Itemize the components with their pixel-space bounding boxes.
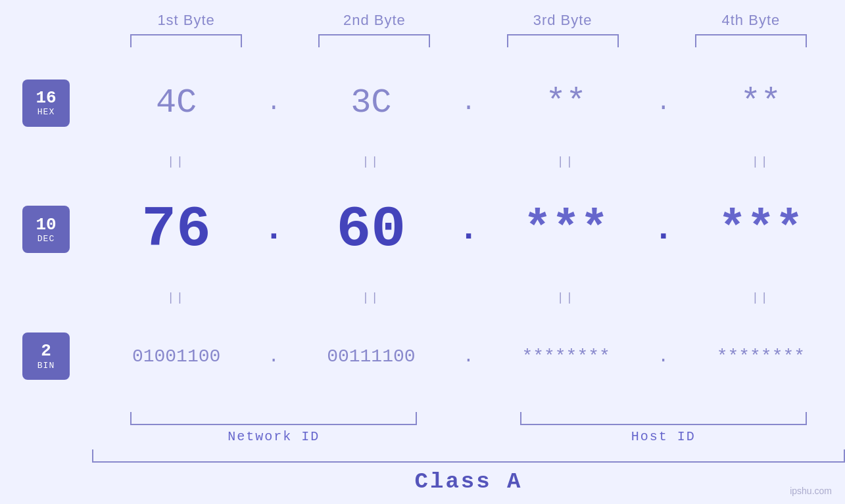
network-bracket (130, 412, 417, 425)
bin-val-3: ******** (482, 346, 650, 367)
watermark: ipshu.com (790, 486, 832, 496)
bracket-cell-3 (469, 34, 657, 47)
dec-badge: 10 DEC (22, 206, 70, 253)
eq-val-1-3: || (482, 155, 650, 168)
bracket-top-4 (695, 34, 807, 47)
eq-cells-1: || || || || (92, 155, 845, 168)
dec-val-2: 60 (287, 197, 455, 262)
bin-sep-3: . (650, 346, 677, 367)
top-brackets (92, 34, 845, 47)
bracket-top-3 (507, 34, 619, 47)
eq-val-1-2: || (287, 155, 455, 168)
bracket-top-1 (130, 34, 242, 47)
bottom-section: Network ID Host ID Class A (92, 412, 845, 497)
equals-row-1: || || || || (0, 152, 845, 172)
dec-sep-2: . (456, 210, 482, 249)
eq-val-1-1: || (92, 155, 260, 168)
hex-badge-number: 16 (36, 89, 56, 108)
eq-val-1-4: || (677, 155, 845, 168)
dec-val-1: 76 (92, 197, 260, 262)
hex-row: 16 HEX 4C . 3C . ** (0, 80, 845, 127)
eq-sep-2-2 (456, 291, 482, 304)
eq-val-2-2: || (287, 291, 455, 304)
byte3-label: 3rd Byte (469, 12, 657, 29)
dec-badge-slot: 10 DEC (0, 206, 92, 253)
full-bracket-row (92, 449, 845, 463)
eq-sep-2-1 (260, 291, 287, 304)
bin-sep-2: . (456, 346, 482, 367)
hex-sep-3: . (650, 91, 677, 115)
byte4-label: 4th Byte (657, 12, 845, 29)
bracket-cell-1 (92, 34, 280, 47)
class-label: Class A (415, 469, 523, 494)
bin-badge-label: BIN (37, 361, 55, 371)
eq-cells-2: || || || || (92, 291, 845, 304)
network-id-label: Network ID (92, 429, 456, 444)
bin-val-4: ******** (677, 346, 845, 367)
bracket-cell-4 (657, 34, 845, 47)
hex-val-3: ** (482, 83, 650, 122)
host-bracket-wrapper (482, 412, 846, 425)
eq-val-2-1: || (92, 291, 260, 304)
eq-val-2-3: || (482, 291, 650, 304)
main-container: 1st Byte 2nd Byte 3rd Byte 4th Byte 16 H… (0, 0, 845, 504)
bin-badge: 2 BIN (22, 332, 70, 380)
hex-sep-2: . (456, 91, 482, 115)
hex-sep-1: . (260, 91, 287, 115)
bin-badge-number: 2 (41, 342, 51, 361)
bin-sep-1: . (260, 346, 287, 367)
eq-sep-2-3 (650, 291, 677, 304)
equals-row-2: || || || || (0, 288, 845, 308)
hex-badge-label: HEX (37, 107, 55, 117)
bottom-brackets-container (92, 412, 845, 425)
bin-val-2: 00111100 (287, 346, 455, 367)
dec-badge-number: 10 (36, 216, 56, 235)
dec-val-4: *** (677, 202, 845, 256)
full-bracket (92, 449, 845, 463)
byte1-label: 1st Byte (92, 12, 280, 29)
hex-val-2: 3C (287, 83, 455, 122)
dec-badge-label: DEC (37, 234, 55, 244)
id-labels-row: Network ID Host ID (92, 429, 845, 444)
byte-labels-row: 1st Byte 2nd Byte 3rd Byte 4th Byte (92, 12, 845, 29)
hex-val-4: ** (677, 83, 845, 122)
rows-wrapper: 16 HEX 4C . 3C . ** (0, 47, 845, 412)
bracket-top-2 (318, 34, 430, 47)
eq-sep-1-2 (456, 155, 482, 168)
eq-val-2-4: || (677, 291, 845, 304)
byte2-label: 2nd Byte (280, 12, 468, 29)
class-row: Class A (92, 463, 845, 497)
bin-val-1: 01001100 (92, 346, 260, 367)
dec-row: 10 DEC 76 . 60 . *** (0, 197, 845, 262)
eq-sep-1-3 (650, 155, 677, 168)
dec-val-3: *** (482, 202, 650, 256)
dec-sep-1: . (260, 210, 287, 249)
host-id-label: Host ID (482, 429, 846, 444)
dec-values-row: 76 . 60 . *** . *** (92, 197, 845, 262)
bin-values-row: 01001100 . 00111100 . ******** . (92, 346, 845, 367)
network-bracket-wrapper (92, 412, 456, 425)
bin-badge-slot: 2 BIN (0, 332, 92, 380)
hex-badge: 16 HEX (22, 80, 70, 127)
dec-sep-3: . (650, 210, 677, 249)
hex-values-row: 4C . 3C . ** . ** (92, 83, 845, 122)
host-bracket (520, 412, 807, 425)
hex-badge-slot: 16 HEX (0, 80, 92, 127)
hex-val-1: 4C (92, 83, 260, 122)
bin-row: 2 BIN 01001100 . 00111100 . ******** (0, 332, 845, 380)
eq-sep-1-1 (260, 155, 287, 168)
bracket-cell-2 (280, 34, 468, 47)
